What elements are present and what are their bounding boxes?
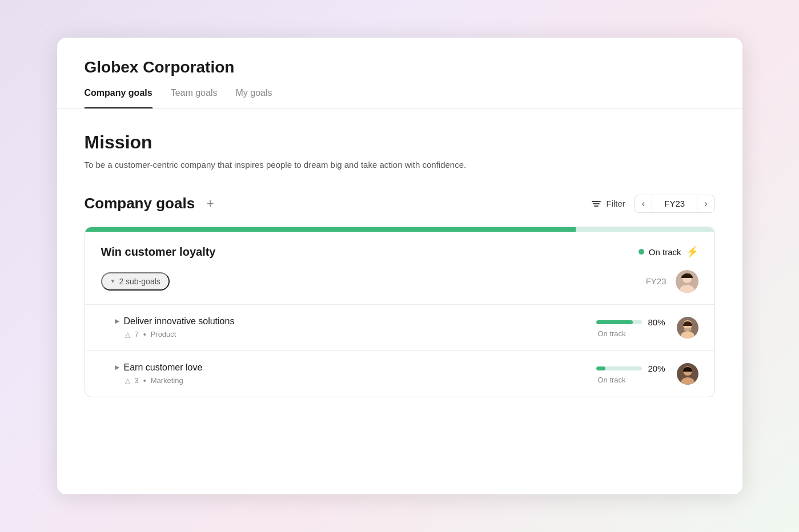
separator-1: •	[143, 330, 146, 339]
separator-2: •	[143, 376, 146, 385]
sub-goal-row-2: ▶ Earn customer love △ 3 • Marketing	[85, 350, 714, 397]
goal-owner-avatar	[676, 270, 698, 293]
sub-goal-title-row-1: ▶ Deliver innovative solutions	[115, 316, 235, 327]
sub-goal-team-1: Product	[151, 330, 176, 338]
sub-goal-row-1: ▶ Deliver innovative solutions △ 7 • Pro…	[85, 304, 714, 350]
mission-section: Mission To be a customer-centric company…	[85, 132, 715, 172]
progress-bar-row-2: 20%	[596, 364, 665, 373]
filter-button[interactable]: Filter	[592, 199, 625, 208]
filter-line-3	[594, 205, 599, 207]
year-label: FY23	[652, 195, 697, 212]
sub-goal-meta-2: △ 3 • Marketing	[115, 376, 203, 385]
filter-line-1	[592, 201, 601, 202]
goal-title: Win customer loyalty	[101, 245, 216, 259]
goals-section-title: Company goals	[85, 195, 195, 212]
svg-point-6	[684, 328, 692, 331]
triangle-icon-2: △	[125, 377, 130, 385]
sub-goal-left-2: ▶ Earn customer love △ 3 • Marketing	[115, 362, 203, 385]
sub-status-1: On track	[596, 329, 625, 338]
sub-goal-count-1: 7	[135, 330, 139, 338]
tab-company-goals[interactable]: Company goals	[85, 88, 152, 108]
sub-goal-left-1: ▶ Deliver innovative solutions △ 7 • Pro…	[115, 316, 235, 339]
progress-pct-2: 20%	[648, 364, 665, 373]
goal-main-row: Win customer loyalty On track ⚡	[85, 232, 714, 270]
sub-goal-count-2: 3	[135, 376, 139, 385]
goal-card: Win customer loyalty On track ⚡ ▼ 2 sub-…	[85, 227, 715, 397]
progress-pct-1: 80%	[648, 317, 665, 327]
main-content: Mission To be a customer-centric company…	[57, 109, 742, 420]
tab-my-goals[interactable]: My goals	[235, 88, 272, 108]
goal-progress-bar-inner	[85, 227, 576, 232]
goal-progress-bar-outer	[85, 227, 714, 232]
expand-icon-2[interactable]: ▶	[115, 364, 119, 371]
mission-text: To be a customer-centric company that in…	[85, 159, 715, 172]
mini-bar-inner-1	[596, 320, 633, 324]
year-prev-button[interactable]: ‹	[635, 195, 652, 212]
progress-group-1: 80% On track	[596, 317, 665, 338]
sub-goal-title-1: Deliver innovative solutions	[124, 316, 235, 327]
sub-goal-team-2: Marketing	[151, 376, 183, 385]
goals-header: Company goals + Filter ‹ FY23 ›	[85, 195, 715, 213]
sub-goal-avatar-1	[677, 317, 698, 338]
avatar-svg-1	[677, 317, 698, 338]
mini-bar-outer-2	[596, 366, 642, 370]
sub-goal-right-2: 20% On track	[596, 363, 698, 385]
mini-bar-inner-2	[596, 366, 605, 370]
mini-bar-outer-1	[596, 320, 642, 324]
add-goal-button[interactable]: +	[202, 195, 219, 212]
sub-goal-title-2: Earn customer love	[124, 362, 203, 373]
sub-goal-right-1: 80% On track	[596, 317, 698, 338]
year-next-button[interactable]: ›	[697, 195, 714, 212]
goals-title-row: Company goals +	[85, 195, 219, 212]
avatar-svg-2	[677, 363, 698, 385]
goal-meta-right: FY23	[646, 270, 698, 293]
status-dot-green	[639, 249, 644, 255]
expand-icon-1[interactable]: ▶	[115, 317, 119, 325]
triangle-icon-1: △	[125, 331, 130, 338]
goal-status-label: On track	[649, 247, 681, 257]
progress-group-2: 20% On track	[596, 364, 665, 384]
filter-line-2	[593, 203, 600, 204]
bolt-icon: ⚡	[686, 245, 698, 258]
header: Globex Corporation Company goals Team go…	[57, 38, 742, 109]
chevron-down-icon: ▼	[110, 278, 116, 284]
tab-team-goals[interactable]: Team goals	[171, 88, 218, 108]
sub-goal-title-row-2: ▶ Earn customer love	[115, 362, 203, 373]
goals-controls: Filter ‹ FY23 ›	[592, 195, 715, 213]
filter-label: Filter	[607, 199, 625, 208]
sub-goal-meta-1: △ 7 • Product	[115, 330, 235, 339]
tabs-nav: Company goals Team goals My goals	[85, 88, 715, 108]
avatar-svg	[676, 270, 698, 293]
goal-year-label: FY23	[646, 276, 666, 286]
goal-meta-row: ▼ 2 sub-goals FY23	[85, 270, 714, 304]
filter-icon	[592, 201, 601, 207]
company-name: Globex Corporation	[85, 58, 715, 76]
sub-goal-avatar-2	[677, 363, 698, 385]
app-container: Globex Corporation Company goals Team go…	[57, 38, 742, 494]
progress-bar-row-1: 80%	[596, 317, 665, 327]
sub-goals-count-label: 2 sub-goals	[119, 277, 160, 286]
sub-status-2: On track	[596, 376, 625, 384]
goal-status: On track ⚡	[639, 245, 698, 258]
mission-title: Mission	[85, 132, 715, 153]
year-nav: ‹ FY23 ›	[635, 195, 715, 213]
sub-goals-toggle[interactable]: ▼ 2 sub-goals	[101, 272, 170, 291]
